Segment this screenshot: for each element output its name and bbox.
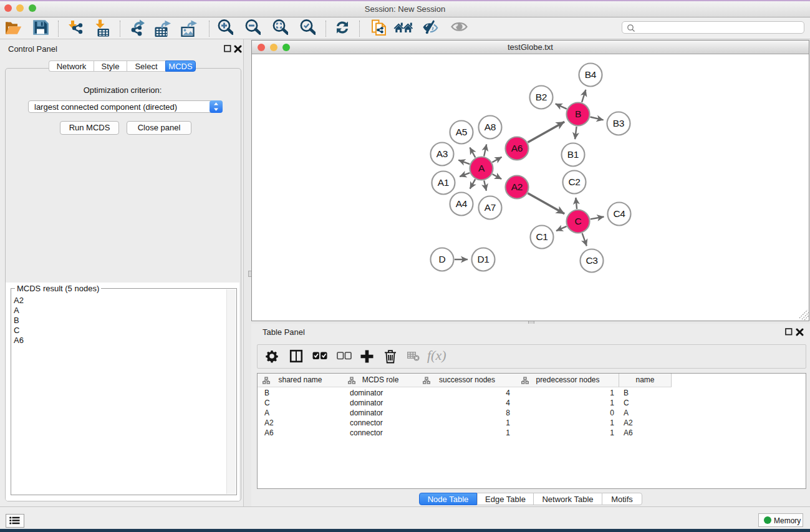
- svg-text:C4: C4: [613, 208, 625, 219]
- svg-text:A8: A8: [485, 122, 496, 132]
- svg-text:A: A: [478, 163, 485, 173]
- svg-text:B1: B1: [567, 149, 579, 160]
- svg-text:D1: D1: [477, 254, 489, 264]
- svg-text:A2: A2: [511, 181, 523, 192]
- svg-text:A3: A3: [436, 148, 448, 159]
- svg-text:B3: B3: [613, 118, 624, 128]
- svg-text:D: D: [439, 254, 446, 264]
- svg-text:B2: B2: [536, 92, 547, 102]
- svg-text:C3: C3: [586, 255, 597, 266]
- svg-text:A7: A7: [485, 202, 496, 213]
- svg-text:A1: A1: [438, 177, 449, 188]
- svg-text:A5: A5: [456, 127, 467, 137]
- svg-text:A4: A4: [456, 198, 468, 209]
- svg-text:C: C: [575, 216, 582, 226]
- svg-text:C2: C2: [568, 177, 580, 187]
- svg-text:B4: B4: [585, 69, 597, 80]
- svg-text:A6: A6: [511, 143, 523, 153]
- svg-text:B: B: [575, 109, 581, 119]
- svg-text:C1: C1: [536, 231, 547, 242]
